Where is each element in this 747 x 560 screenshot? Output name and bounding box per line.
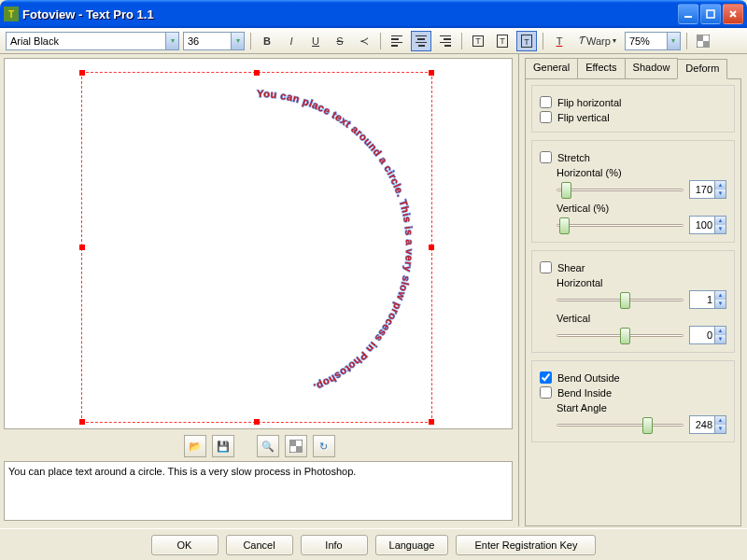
svg-rect-3 <box>697 35 703 41</box>
shear-h-value[interactable] <box>690 294 714 305</box>
checkbox-input[interactable] <box>540 386 552 399</box>
bend-outside-checkbox[interactable]: Bend Outside <box>540 371 726 384</box>
zoom-tool-button[interactable]: 🔍 <box>257 435 279 457</box>
selection-box[interactable]: You can place text around a circle. This… <box>81 72 432 423</box>
size-combo[interactable]: ▾ <box>183 32 245 50</box>
stretch-h-slider[interactable] <box>557 181 684 198</box>
anchor-middle-button[interactable]: T <box>492 31 513 51</box>
font-color-button[interactable]: T <box>549 31 570 51</box>
stretch-h-value[interactable] <box>690 184 714 195</box>
zoom-combo[interactable]: ▾ <box>625 32 681 50</box>
title-bar: T Fotoview - Text Pro 1.1 <box>0 0 747 28</box>
transparency-button[interactable] <box>693 31 713 51</box>
align-left-button[interactable] <box>387 31 407 51</box>
maximize-button[interactable] <box>700 4 721 24</box>
shear-group: Shear Horizontal ▲▼ Vertical ▲▼ <box>531 250 735 353</box>
flip-vertical-checkbox[interactable]: Flip vertical <box>540 111 726 123</box>
checkbox-input[interactable] <box>540 111 552 123</box>
stretch-v-slider[interactable] <box>557 217 684 233</box>
start-angle-value[interactable] <box>690 419 714 430</box>
shear-v-spin[interactable]: ▲▼ <box>689 326 726 344</box>
shear-h-slider[interactable] <box>557 291 684 308</box>
anchor-bottom-button[interactable]: T <box>516 31 537 51</box>
shear-checkbox[interactable]: Shear <box>540 261 726 273</box>
font-combo[interactable]: ▾ <box>6 32 179 50</box>
info-button[interactable]: Info <box>301 535 368 555</box>
svg-rect-0 <box>684 16 692 18</box>
chevron-down-icon[interactable]: ▾ <box>231 33 244 49</box>
tab-body-deform: Flip horizontal Flip vertical Stretch Ho… <box>525 78 741 526</box>
tab-shadow[interactable]: Shadow <box>625 58 679 78</box>
align-center-button[interactable] <box>411 31 431 51</box>
svg-rect-8 <box>296 446 303 453</box>
shear-v-value[interactable] <box>690 329 714 341</box>
size-input[interactable] <box>184 33 231 49</box>
shear-v-label: Vertical <box>557 313 726 324</box>
strike-button[interactable]: S <box>330 31 350 51</box>
font-input[interactable] <box>7 33 165 49</box>
bold-button[interactable]: B <box>257 31 277 51</box>
minimize-button[interactable] <box>678 4 698 24</box>
grid-button[interactable] <box>285 435 307 457</box>
stretch-h-label: Horizontal (%) <box>557 167 726 178</box>
separator <box>461 33 462 49</box>
bend-inside-checkbox[interactable]: Bend Inside <box>540 386 726 399</box>
start-angle-spin[interactable]: ▲▼ <box>689 415 726 434</box>
bend-outside-label: Bend Outside <box>557 372 620 384</box>
close-icon <box>728 9 738 19</box>
separator <box>250 33 251 49</box>
underline-button[interactable]: U <box>305 31 326 51</box>
align-right-button[interactable] <box>435 31 456 51</box>
text-input-value: You can place text around a circle. This… <box>8 466 356 477</box>
refresh-button[interactable]: ↻ <box>313 435 335 457</box>
stretch-v-spin[interactable]: ▲▼ <box>689 216 726 234</box>
tab-effects[interactable]: Effects <box>577 58 625 78</box>
save-button[interactable]: 💾 <box>212 435 234 457</box>
text-input-area[interactable]: You can place text around a circle. This… <box>4 461 513 521</box>
ok-button[interactable]: OK <box>151 535 218 555</box>
close-button[interactable] <box>723 4 743 24</box>
register-button[interactable]: Enter Registration Key <box>456 535 596 555</box>
stretch-checkbox[interactable]: Stretch <box>540 151 726 163</box>
checker-icon <box>289 440 303 453</box>
chevron-down-icon[interactable]: ▾ <box>165 33 178 49</box>
open-button[interactable]: 📂 <box>184 435 206 457</box>
stretch-group: Stretch Horizontal (%) ▲▼ Vertical (%) ▲… <box>531 140 735 243</box>
zoom-input[interactable] <box>626 33 667 49</box>
chevron-down-icon[interactable]: ▾ <box>667 33 680 49</box>
checkbox-input[interactable] <box>540 261 552 273</box>
checkbox-input[interactable] <box>540 151 552 163</box>
checker-icon <box>697 35 710 48</box>
separator <box>380 33 381 49</box>
language-button[interactable]: Language <box>375 535 449 555</box>
tab-general[interactable]: General <box>525 58 578 78</box>
checkbox-input[interactable] <box>540 371 552 384</box>
warp-label: Warp <box>586 35 611 47</box>
minimize-icon <box>684 9 693 19</box>
shear-h-spin[interactable]: ▲▼ <box>689 290 726 309</box>
stretch-h-spin[interactable]: ▲▼ <box>689 180 726 199</box>
checkbox-input[interactable] <box>540 96 552 108</box>
flip-vertical-label: Flip vertical <box>557 112 610 123</box>
dialog-button-bar: OK Cancel Info Language Enter Registrati… <box>0 528 747 560</box>
stretch-label: Stretch <box>557 152 590 163</box>
cancel-button[interactable]: Cancel <box>226 535 293 555</box>
preview-canvas[interactable]: You can place text around a circle. This… <box>4 58 513 429</box>
app-icon: T <box>4 7 19 21</box>
anchor-top-button[interactable]: T <box>468 31 488 51</box>
start-angle-slider[interactable] <box>557 416 684 433</box>
tab-deform[interactable]: Deform <box>677 59 727 79</box>
stretch-v-value[interactable] <box>690 219 714 231</box>
canvas-toolbar: 📂 💾 🔍 ↻ <box>0 431 518 461</box>
maximize-icon <box>706 9 715 19</box>
shear-h-label: Horizontal <box>557 277 726 288</box>
warp-button[interactable]: Ƭ Warp ▾ <box>573 31 621 51</box>
window-title: Fotoview - Text Pro 1.1 <box>22 7 676 21</box>
flip-group: Flip horizontal Flip vertical <box>531 85 735 133</box>
main-area: You can place text around a circle. This… <box>0 54 747 526</box>
italic-button[interactable]: I <box>281 31 302 51</box>
flip-horizontal-checkbox[interactable]: Flip horizontal <box>540 96 726 108</box>
kerning-button[interactable]: ≺ <box>354 31 374 51</box>
shear-v-slider[interactable] <box>557 327 684 343</box>
separator <box>543 33 543 49</box>
